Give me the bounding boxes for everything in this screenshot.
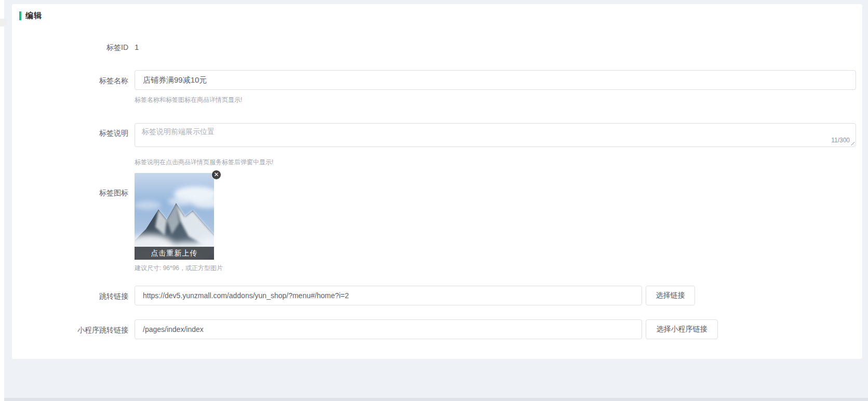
edit-panel: 编辑 标签ID 1 标签名称 标签名称和标签图标在商品详情页显示! 标签说明 1…: [12, 4, 862, 359]
mini-link-input[interactable]: [135, 319, 642, 339]
tag-desc-label: 标签说明: [12, 129, 128, 138]
tag-desc-textarea[interactable]: [135, 123, 856, 147]
tag-icon-label: 标签图标: [12, 189, 128, 198]
tag-id-label: 标签ID: [12, 43, 128, 52]
reupload-overlay[interactable]: 点击重新上传: [135, 247, 214, 260]
tag-icon-uploader[interactable]: 点击重新上传 ✕: [135, 173, 214, 260]
collapsed-sidebar-strip: [0, 0, 4, 401]
select-mini-link-button[interactable]: 选择小程序链接: [646, 319, 718, 339]
mini-link-label: 小程序跳转链接: [12, 326, 128, 335]
jump-link-input[interactable]: [135, 286, 642, 305]
tag-desc-field: 11/300: [135, 123, 856, 147]
page: { "page": { "background_color": "#eef1f5…: [0, 0, 868, 401]
tag-id-value: 1: [135, 43, 139, 51]
title-accent-bar: [19, 11, 21, 20]
bottom-scroll-track[interactable]: [4, 398, 868, 401]
close-icon[interactable]: ✕: [211, 170, 221, 180]
collapsed-sidebar-item[interactable]: [0, 19, 7, 26]
tag-name-label: 标签名称: [12, 76, 128, 86]
tag-icon-helper: 建议尺寸: 96*96，或正方型图片: [135, 264, 223, 273]
panel-header: 编辑: [19, 11, 42, 20]
jump-link-label: 跳转链接: [12, 292, 128, 301]
tag-name-helper: 标签名称和标签图标在商品详情页显示!: [135, 96, 242, 104]
page-title: 编辑: [25, 11, 42, 21]
char-counter: 11/300: [831, 137, 850, 143]
tag-name-input[interactable]: [135, 70, 856, 90]
select-link-button[interactable]: 选择链接: [646, 286, 695, 305]
tag-desc-helper: 标签说明在点击商品详情页服务标签后弹窗中显示!: [135, 158, 273, 167]
